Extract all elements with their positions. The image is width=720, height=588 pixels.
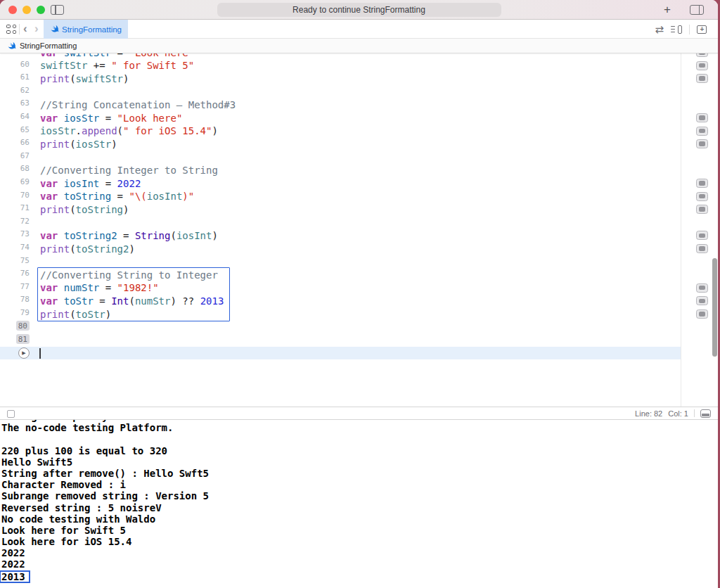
console-line: The no-code testing Platform. [1,422,718,433]
column-indicator: Col: 1 [668,409,688,418]
jump-bar: StringFormatting [0,39,718,53]
code-line[interactable]: 65iosStr.append(" for iOS 15.4") [0,124,718,138]
back-chevron-icon[interactable]: ‹ [23,20,27,39]
code-line[interactable]: 60swiftStr += " for Swift 5" [0,59,718,72]
code-line[interactable]: 74print(toString2) [0,242,718,255]
toggle-left-sidebar-icon[interactable] [51,5,64,15]
zoom-window-button[interactable] [37,6,45,14]
line-number: 69 [0,177,30,186]
add-button[interactable]: + [660,3,674,17]
line-number: 76 [0,269,30,278]
code-line[interactable]: 73var toString2 = String(iosInt) [0,229,718,242]
stop-button[interactable] [7,410,15,418]
console-line: Look here for iOS 15.4 [1,536,718,547]
code-line[interactable]: 66print(iosStr) [0,137,718,151]
line-indicator: Line: 82 [635,409,662,418]
swift-file-icon [7,41,16,51]
code-line[interactable]: 75 [0,255,718,269]
console-line: 220 plus 100 is equal to 320 [1,445,718,456]
code-line[interactable]: 71print(toString) [0,203,718,216]
run-playground-button[interactable]: ▶ [18,347,30,359]
show-result-button[interactable] [696,113,708,122]
minimize-window-button[interactable] [22,6,31,14]
code-line[interactable]: 59var swiftStr = "Look here" [0,53,718,59]
code-text: print(swiftStr) [40,72,129,85]
show-result-button[interactable] [696,179,708,188]
editor-status-bar: Line: 82 Col: 1 [0,407,718,420]
console-line: String after remove() : Hello Swft5 [1,468,718,479]
line-number: 64 [0,112,30,121]
divider [694,409,695,417]
show-result-button[interactable] [696,231,708,240]
line-number: 72 [0,217,30,226]
line-number: 78 [0,295,30,304]
forward-chevron-icon[interactable]: › [34,20,39,39]
show-result-button[interactable] [696,244,708,253]
console-line: Hello Swift5 [1,456,718,468]
show-editor-grid-icon[interactable] [6,25,16,34]
breadcrumb[interactable]: StringFormatting [20,41,77,50]
line-number: 65 [0,125,30,134]
line-number: 75 [0,256,30,265]
show-result-button[interactable] [696,192,708,201]
line-number: 68 [0,164,30,173]
line-number: 77 [0,282,30,291]
code-line[interactable]: 62 [0,85,718,98]
show-result-button[interactable] [696,127,708,136]
vertical-scrollbar[interactable] [712,258,717,357]
close-window-button[interactable] [8,6,17,14]
code-line[interactable]: 80 [0,321,718,334]
show-result-button[interactable] [696,61,708,70]
code-line[interactable]: 63//String Concatenation — Method#3 [0,98,718,111]
divider [19,24,20,34]
swap-editors-icon[interactable]: ⇄ [655,23,664,36]
code-line[interactable]: ▶ [0,347,718,360]
tab-stringformatting[interactable]: StringFormatting [44,20,128,39]
show-result-button[interactable] [696,205,708,214]
toggle-console-icon[interactable] [700,409,711,418]
show-result-button[interactable] [696,53,708,57]
code-line[interactable]: 64var iosStr = "Look here" [0,111,718,124]
code-editor[interactable]: 59var swiftStr = "Look here"60swiftStr +… [0,53,718,407]
adjust-editor-options-icon[interactable] [671,25,682,34]
code-line[interactable]: 67 [0,151,718,164]
line-number: 62 [0,86,30,95]
code-text: var iosInt = 2022 [40,177,141,190]
code-text: print(iosStr) [40,138,117,151]
console-latest-result: 2013 [0,570,30,583]
tab-bar: ‹ › StringFormatting ⇄ + [0,20,718,39]
swift-file-icon [50,25,59,34]
code-line[interactable]: 61print(swiftStr) [0,72,718,85]
show-result-button[interactable] [696,139,708,148]
console-line: 2022 [1,558,718,570]
show-result-button[interactable] [696,74,708,83]
divider [689,25,690,34]
add-editor-icon[interactable]: + [697,25,708,34]
code-line[interactable]: 68//Converting Integer to String [0,163,718,177]
console-line: 2022 [1,547,718,558]
line-number: 67 [0,151,30,160]
code-text: var swiftStr = "Look here" [40,53,194,59]
line-number: 80 [0,321,30,331]
code-line[interactable]: 69var iosInt = 2022 [0,177,718,190]
line-number: 74 [0,243,30,252]
line-number: 66 [0,138,30,147]
code-text: var toString2 = String(iosInt) [40,229,218,242]
title-bar: Ready to continue StringFormatting + [0,0,718,20]
console-line: No code testing with Waldo [1,513,718,525]
console-output[interactable]: Strings are prettyThe no-code testing Pl… [0,420,718,588]
code-line[interactable]: 72 [0,216,718,229]
show-result-button[interactable] [696,283,708,293]
code-line[interactable]: 70var toString = "\(iosInt)" [0,190,718,203]
show-result-button[interactable] [696,309,708,319]
code-line[interactable]: 81 [0,333,718,347]
console-line: 2013 [1,570,718,582]
show-result-button[interactable] [696,296,708,305]
toggle-right-sidebar-icon[interactable] [690,5,704,15]
line-number: 73 [0,229,30,238]
line-number: 79 [0,308,30,317]
line-number: 63 [0,98,30,108]
console-line: Subrange removed string : Version 5 [1,490,718,501]
console-line: Reversed string : 5 noisreV [1,502,718,513]
code-text: print(toString2) [40,243,135,255]
